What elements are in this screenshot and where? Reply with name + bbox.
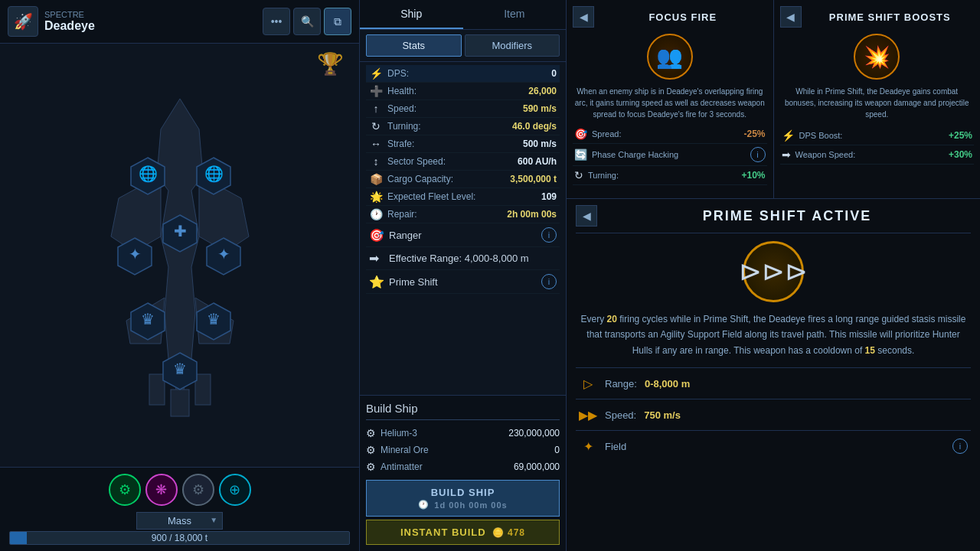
menu-button[interactable]: ••• bbox=[263, 8, 290, 35]
mass-progress-wrap: 900 / 18,000 t bbox=[9, 531, 350, 545]
stat-row-sector-speed: ↕ Sector Speed: 600 AU/h bbox=[366, 153, 560, 171]
mass-progress-text: 900 / 18,000 t bbox=[152, 533, 207, 543]
prime-shift-boosts-orb-icon: 💥 bbox=[864, 44, 890, 70]
mass-dropdown-icon[interactable]: ▼ bbox=[210, 516, 217, 524]
prime-shift-boosts-header: ◀ PRIME SHIFT BOOSTS bbox=[780, 6, 975, 28]
focus-fire-desc: When an enemy ship is in Deadeye's overl… bbox=[573, 86, 767, 120]
ability-green[interactable]: ⚙ bbox=[109, 474, 141, 506]
stats-tab[interactable]: Stats bbox=[366, 34, 462, 57]
stats-modifiers-tabs: Stats Modifiers bbox=[360, 30, 566, 62]
mineral-value: 0 bbox=[554, 445, 560, 455]
ps-title: PRIME SHIFT ACTIVE bbox=[603, 208, 971, 224]
ps-field-icon: ✦ bbox=[579, 437, 597, 455]
mass-label-row: Mass ▼ bbox=[9, 512, 350, 530]
focus-fire-orb-icon: 👥 bbox=[656, 44, 683, 70]
prime-shift-boosts-orb: 💥 bbox=[854, 34, 900, 80]
ability-ranger[interactable]: 🎯 Ranger i bbox=[366, 223, 560, 247]
mineral-icon: ⚙ bbox=[366, 444, 376, 456]
prime-shift-info-btn[interactable]: i bbox=[541, 274, 557, 289]
ship-display: 🏆 🌐 bbox=[0, 44, 359, 467]
sector-speed-label: Sector Speed: bbox=[387, 156, 513, 167]
strafe-value: 500 m/s bbox=[523, 139, 557, 149]
turning-boost-value: +10% bbox=[741, 170, 765, 181]
phase-row: 🔄 Phase Charge Hacking i bbox=[573, 144, 767, 166]
phase-label: Phase Charge Hacking bbox=[592, 150, 746, 159]
build-time: 🕐 1d 00h 00m 00s bbox=[373, 500, 553, 510]
ps-highlight-15: 15 bbox=[865, 345, 875, 356]
stat-row-dps: ⚡ DPS: 0 bbox=[366, 65, 560, 83]
phase-icon: 🔄 bbox=[574, 148, 587, 161]
weapon-speed-icon: ➡ bbox=[782, 148, 791, 161]
health-icon: ➕ bbox=[369, 85, 383, 97]
svg-text:✦: ✦ bbox=[128, 246, 141, 262]
helium-row: ⚙ Helium-3 230,000,000 bbox=[366, 425, 560, 442]
spread-label: Spread: bbox=[592, 129, 739, 139]
svg-text:✦: ✦ bbox=[217, 246, 230, 262]
ps-field-label: Field bbox=[605, 441, 626, 452]
dps-label: DPS: bbox=[387, 68, 547, 79]
focus-fire-boosts: 🎯 Spread: -25% 🔄 Phase Charge Hacking i … bbox=[573, 125, 767, 185]
ps-orb: ⊳⊳⊳ bbox=[743, 241, 804, 302]
ability-gray[interactable]: ⚙ bbox=[182, 474, 214, 506]
search-button[interactable]: 🔍 bbox=[293, 8, 321, 35]
helium-icon: ⚙ bbox=[366, 427, 376, 439]
layers-button[interactable]: ⧉ bbox=[324, 8, 351, 35]
repair-icon: 🕐 bbox=[369, 208, 383, 220]
svg-rect-7 bbox=[171, 390, 189, 416]
weapon-speed-value: +30% bbox=[949, 149, 972, 160]
stat-row-strafe: ↔ Strafe: 500 m/s bbox=[366, 135, 560, 153]
build-section: Build Ship ⚙ Helium-3 230,000,000 ⚙ Mine… bbox=[360, 395, 566, 551]
fleet-level-value: 109 bbox=[541, 191, 557, 202]
middle-panel: Ship Item Stats Modifiers ⚡ DPS: 0 ➕ Hea… bbox=[360, 0, 567, 551]
focus-fire-header: ◀ FOCUS FIRE bbox=[573, 6, 767, 28]
dps-boost-label: DPS Boost: bbox=[799, 131, 944, 140]
sector-speed-icon: ↕ bbox=[369, 155, 383, 168]
instant-cost: 🪙 478 bbox=[492, 527, 525, 538]
item-tab[interactable]: Item bbox=[463, 0, 567, 29]
ranger-info-btn[interactable]: i bbox=[541, 227, 557, 243]
left-panel: 🚀 SPECTRE Deadeye ••• 🔍 ⧉ 🏆 bbox=[0, 0, 360, 551]
stat-row-cargo: 📦 Cargo Capacity: 3,500,000 t bbox=[366, 171, 560, 188]
ability-prime-shift[interactable]: ⭐ Prime Shift i bbox=[366, 270, 560, 294]
ps-range-icon: ▷ bbox=[579, 374, 597, 393]
turning-icon: ↻ bbox=[369, 120, 383, 132]
stat-row-health: ➕ Health: 26,000 bbox=[366, 83, 560, 100]
mineral-name: Mineral Ore bbox=[381, 445, 550, 455]
svg-text:🌐: 🌐 bbox=[138, 165, 157, 183]
focus-fire-orb: 👥 bbox=[647, 34, 693, 80]
health-value: 26,000 bbox=[528, 86, 557, 96]
ps-speed-icon: ▶▶ bbox=[579, 406, 597, 424]
ability-teal[interactable]: ⊕ bbox=[219, 474, 251, 506]
cargo-icon: 📦 bbox=[369, 173, 383, 185]
strafe-icon: ↔ bbox=[369, 138, 383, 150]
ship-name: Deadeye bbox=[44, 19, 95, 33]
build-ship-button[interactable]: BUILD SHIP 🕐 1d 00h 00m 00s bbox=[366, 480, 560, 517]
svg-rect-6 bbox=[195, 374, 211, 405]
ps-back-btn[interactable]: ◀ bbox=[576, 205, 597, 227]
svg-rect-5 bbox=[149, 374, 165, 405]
stat-row-fleet-level: 🌟 Expected Fleet Level: 109 bbox=[366, 188, 560, 206]
focus-fire-back-btn[interactable]: ◀ bbox=[573, 6, 594, 28]
antimatter-icon: ⚙ bbox=[366, 461, 376, 473]
ship-item-tabs: Ship Item bbox=[360, 0, 566, 30]
prime-shift-boosts-back-btn[interactable]: ◀ bbox=[780, 6, 802, 28]
modifiers-tab[interactable]: Modifiers bbox=[465, 34, 560, 57]
weapon-speed-row: ➡ Weapon Speed: +30% bbox=[780, 145, 975, 165]
ps-field-info-btn[interactable]: i bbox=[952, 439, 968, 454]
ship-container: 🌐 🌐 ✚ ✦ bbox=[73, 83, 287, 428]
stats-list: ⚡ DPS: 0 ➕ Health: 26,000 ↑ Speed: 590 m… bbox=[360, 62, 566, 395]
ability-purple[interactable]: ❋ bbox=[145, 474, 178, 506]
helium-value: 230,000,000 bbox=[508, 428, 560, 439]
spread-icon: 🎯 bbox=[574, 128, 587, 140]
ps-range-row: ▷ Range: 0-8,000 m bbox=[576, 367, 971, 399]
instant-build-button[interactable]: INSTANT BUILD 🪙 478 bbox=[366, 520, 560, 545]
fleet-level-label: Expected Fleet Level: bbox=[387, 191, 537, 202]
dps-boost-value: +25% bbox=[949, 130, 972, 141]
ship-tab[interactable]: Ship bbox=[360, 0, 463, 29]
ps-orb-icon: ⊳⊳⊳ bbox=[739, 256, 808, 288]
phase-info-btn[interactable]: i bbox=[750, 147, 766, 162]
stat-row-turning: ↻ Turning: 46.0 deg/s bbox=[366, 118, 560, 135]
health-label: Health: bbox=[387, 86, 524, 96]
fleet-level-icon: 🌟 bbox=[369, 191, 383, 203]
dps-value: 0 bbox=[551, 68, 557, 79]
